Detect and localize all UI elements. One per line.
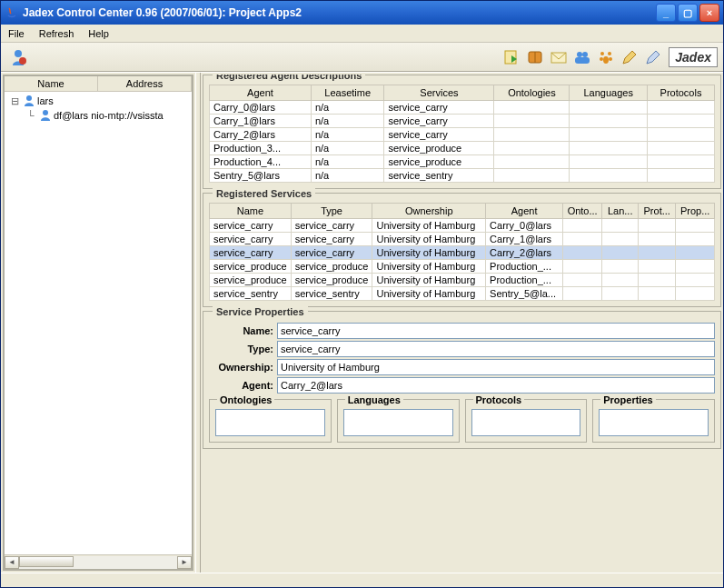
run-icon[interactable] (501, 46, 522, 68)
services-col-lang[interactable]: Lan... (602, 204, 639, 219)
table-row[interactable]: service_carryservice_carryUniversity of … (210, 219, 715, 233)
ontologies-list[interactable] (215, 409, 325, 436)
maximize-button[interactable]: ▢ (678, 4, 698, 22)
table-row[interactable]: service_produceservice_produceUniversity… (210, 260, 715, 274)
prop-ownership-field[interactable]: University of Hamburg (277, 359, 715, 375)
table-row[interactable]: Production_3...n/aservice_produce (210, 142, 715, 155)
svg-point-11 (600, 57, 603, 61)
table-row[interactable]: Carry_0@larsn/aservice_carry (210, 101, 715, 115)
svg-point-14 (26, 95, 32, 101)
svg-point-1 (19, 57, 26, 65)
prop-agent-field[interactable]: Carry_2@lars (277, 377, 715, 394)
agents-col-leasetime[interactable]: Leasetime (311, 85, 384, 101)
table-row[interactable]: service_carryservice_carryUniversity of … (210, 246, 715, 260)
properties-list[interactable] (599, 409, 709, 436)
svg-point-6 (577, 52, 582, 57)
tree-child-address: nio-mtp://vsissta (91, 110, 163, 121)
tree-root-label: lars (37, 95, 54, 106)
services-col-prop[interactable]: Prop... (676, 204, 715, 219)
protocols-list[interactable] (471, 409, 581, 436)
agents-group: Registered Agent Descriptions Agent Leas… (203, 75, 721, 189)
svg-point-12 (609, 57, 612, 61)
svg-point-10 (608, 52, 611, 55)
table-row[interactable]: service_sentryservice_sentryUniversity o… (210, 287, 715, 301)
menubar: File Refresh Help (1, 25, 723, 43)
statusbar (1, 573, 723, 587)
book-icon[interactable] (524, 46, 546, 68)
minimize-button[interactable]: _ (656, 4, 676, 22)
services-col-type[interactable]: Type (291, 204, 372, 219)
agents-col-services[interactable]: Services (384, 85, 494, 101)
svg-point-15 (43, 110, 48, 115)
titlebar[interactable]: Jadex Control Center 0.96 (2007/06/01): … (1, 1, 723, 25)
window-title: Jadex Control Center 0.96 (2007/06/01): … (23, 6, 656, 19)
svg-rect-2 (505, 51, 516, 64)
props-group-title: Service Properties (213, 306, 308, 317)
prop-agent-label: Agent: (209, 380, 277, 391)
sub-ontologies: Ontologies (209, 399, 332, 443)
pencil-icon[interactable] (619, 46, 640, 68)
tree-panel: Name Address ⊟ lars └ df@lars nio-mtp://… (3, 75, 193, 571)
scroll-right-icon[interactable]: ► (177, 556, 192, 569)
sub-languages: Languages (337, 399, 460, 443)
svg-rect-8 (575, 57, 590, 64)
paw-icon[interactable] (595, 46, 617, 68)
props-group: Service Properties Name: service_carry T… (203, 311, 721, 449)
svg-point-0 (15, 50, 22, 57)
sub-protocols: Protocols (465, 399, 588, 443)
agents-col-languages[interactable]: Languages (570, 85, 648, 101)
svg-point-9 (600, 52, 604, 55)
tree-root[interactable]: ⊟ lars (6, 94, 190, 108)
services-col-agent[interactable]: Agent (486, 204, 563, 219)
services-col-proto[interactable]: Prot... (639, 204, 676, 219)
prop-name-label: Name: (209, 325, 277, 336)
table-row[interactable]: service_produceservice_produceUniversity… (210, 274, 715, 287)
agents-col-protocols[interactable]: Protocols (648, 85, 715, 101)
users-icon[interactable] (571, 46, 593, 68)
menu-help[interactable]: Help (84, 26, 113, 41)
menu-file[interactable]: File (5, 26, 28, 41)
tree-child-name: df@lars (54, 110, 88, 121)
scroll-thumb[interactable] (19, 556, 74, 567)
pencil2-icon[interactable] (642, 46, 664, 68)
tree-col-address[interactable]: Address (98, 76, 192, 91)
prop-type-label: Type: (209, 344, 277, 354)
services-col-onto[interactable]: Onto... (563, 204, 602, 219)
agents-table[interactable]: Agent Leasetime Services Ontologies Lang… (209, 85, 715, 183)
prop-ownership-label: Ownership: (209, 362, 277, 373)
table-row[interactable]: Carry_2@larsn/aservice_carry (210, 128, 715, 142)
splitter[interactable] (195, 73, 201, 573)
agents-group-title: Registered Agent Descriptions (213, 75, 365, 81)
services-col-name[interactable]: Name (210, 204, 292, 219)
tree-hscroll[interactable]: ◄ ► (5, 554, 192, 569)
toolbar: Jadex (1, 43, 723, 72)
services-group: Registered Services Name Type Ownership … (203, 193, 721, 307)
mail-icon[interactable] (548, 46, 570, 68)
table-row[interactable]: service_carryservice_carryUniversity of … (210, 233, 715, 246)
sub-properties: Properties (592, 399, 715, 443)
services-table[interactable]: Name Type Ownership Agent Onto... Lan...… (209, 203, 715, 301)
services-group-title: Registered Services (213, 188, 315, 199)
prop-name-field[interactable]: service_carry (277, 323, 715, 339)
svg-point-13 (603, 56, 609, 64)
table-row[interactable]: Production_4...n/aservice_produce (210, 155, 715, 169)
table-row[interactable]: Sentry_5@larsn/aservice_sentry (210, 169, 715, 183)
prop-type-field[interactable]: service_carry (277, 341, 715, 357)
jadex-logo: Jadex (669, 47, 718, 67)
java-icon (5, 5, 19, 20)
menu-refresh[interactable]: Refresh (35, 26, 78, 41)
agents-col-ontologies[interactable]: Ontologies (494, 85, 570, 101)
table-row[interactable]: Carry_1@larsn/aservice_carry (210, 115, 715, 128)
svg-point-7 (582, 52, 588, 57)
languages-list[interactable] (343, 409, 453, 436)
tree-col-name[interactable]: Name (5, 76, 98, 91)
scroll-left-icon[interactable]: ◄ (5, 556, 19, 569)
agent-icon[interactable] (7, 46, 29, 68)
main-window: Jadex Control Center 0.96 (2007/06/01): … (0, 0, 724, 588)
close-button[interactable]: × (699, 4, 719, 22)
agents-col-agent[interactable]: Agent (210, 85, 312, 101)
tree-child[interactable]: └ df@lars nio-mtp://vsissta (6, 108, 190, 123)
services-col-ownership[interactable]: Ownership (372, 204, 486, 219)
